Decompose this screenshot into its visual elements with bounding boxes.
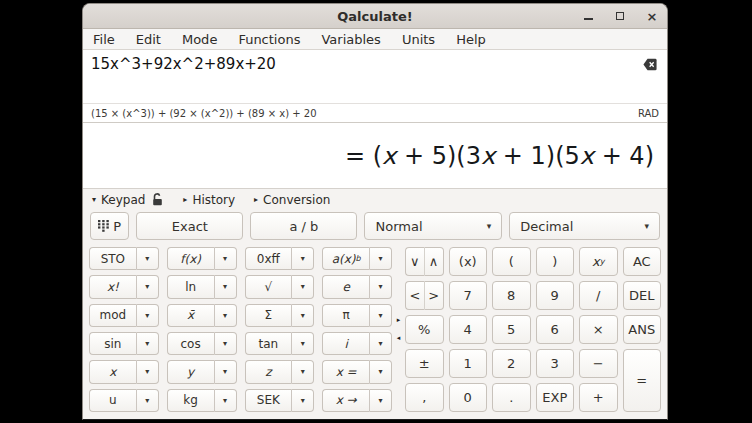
key-x[interactable]: (x) [449, 247, 488, 276]
key-key[interactable]: Σ [245, 304, 292, 327]
key-scroll-down-up-half-l[interactable]: ∨ [405, 247, 424, 276]
key-4[interactable]: 4 [449, 315, 488, 344]
key-i[interactable]: i [322, 332, 369, 355]
key-exp[interactable]: EXP [536, 383, 575, 412]
key-cos-dropdown[interactable]: ▾ [214, 332, 237, 355]
key-kg-dropdown[interactable]: ▾ [214, 389, 237, 412]
key-key[interactable]: √ [245, 275, 292, 298]
key-key[interactable]: ± [405, 349, 444, 378]
pane-collapse-left-icon[interactable]: ◂ [397, 335, 401, 342]
key-x-y[interactable]: xy [579, 247, 618, 276]
menu-file[interactable]: File [91, 31, 117, 48]
key-a-x-b[interactable]: a(x)b [322, 247, 369, 270]
key-key[interactable]: . [492, 383, 531, 412]
key-a-x-b-dropdown[interactable]: ▾ [369, 247, 392, 270]
key-sin-dropdown[interactable]: ▾ [136, 332, 159, 355]
key-ln-dropdown[interactable]: ▾ [214, 275, 237, 298]
key-x[interactable]: x! [89, 275, 136, 298]
key-key[interactable]: = [623, 349, 662, 412]
key-key[interactable]: π [322, 304, 369, 327]
key-2[interactable]: 2 [492, 349, 531, 378]
key-tan-dropdown[interactable]: ▾ [291, 332, 314, 355]
titlebar[interactable]: Qalculate! × [83, 4, 667, 29]
programming-keypad-button[interactable]: P [90, 212, 129, 240]
key-sto-dropdown[interactable]: ▾ [136, 247, 159, 270]
key-key-dropdown[interactable]: ▾ [291, 275, 314, 298]
key-ln[interactable]: ln [167, 275, 214, 298]
keypad-expander[interactable]: ▾ Keypad [92, 193, 164, 207]
key-0xff-dropdown[interactable]: ▾ [291, 247, 314, 270]
clear-input-icon[interactable] [643, 58, 657, 71]
key-ans[interactable]: ANS [623, 315, 662, 344]
menu-functions[interactable]: Functions [236, 31, 302, 48]
key-key[interactable]: % [405, 315, 444, 344]
key-x-dropdown[interactable]: ▾ [369, 389, 392, 412]
number-base-dropdown[interactable]: Decimal ▾ [509, 212, 660, 240]
menu-variables[interactable]: Variables [319, 31, 382, 48]
key-5[interactable]: 5 [492, 315, 531, 344]
key-y[interactable]: y [167, 360, 214, 383]
key-x-dropdown[interactable]: ▾ [369, 360, 392, 383]
key-sin[interactable]: sin [89, 332, 136, 355]
key-9[interactable]: 9 [536, 281, 575, 310]
key-key-dropdown[interactable]: ▾ [291, 304, 314, 327]
key-e[interactable]: e [322, 275, 369, 298]
output-mode-dropdown[interactable]: Normal ▾ [364, 212, 502, 240]
key-y-dropdown[interactable]: ▾ [214, 360, 237, 383]
key-x[interactable]: x = [322, 360, 369, 383]
menu-edit[interactable]: Edit [134, 31, 163, 48]
angle-mode-indicator[interactable]: RAD [638, 108, 659, 119]
key-x[interactable]: x [89, 360, 136, 383]
key-del[interactable]: DEL [623, 281, 662, 310]
key-scroll-down-up-half-r[interactable]: ∧ [424, 247, 444, 276]
key-x-dropdown[interactable]: ▾ [214, 304, 237, 327]
key-key[interactable]: − [579, 349, 618, 378]
key-key-dropdown[interactable]: ▾ [369, 304, 392, 327]
key-key[interactable]: × [579, 315, 618, 344]
key-0[interactable]: 0 [449, 383, 488, 412]
key-mod-dropdown[interactable]: ▾ [136, 304, 159, 327]
key-sek[interactable]: SEK [245, 389, 292, 412]
key-i-dropdown[interactable]: ▾ [369, 332, 392, 355]
menu-mode[interactable]: Mode [180, 31, 219, 48]
key-cursor-left-right-half-l[interactable]: < [405, 281, 424, 310]
minimize-button[interactable] [579, 7, 597, 25]
key-key[interactable]: , [405, 383, 444, 412]
key-cos[interactable]: cos [167, 332, 214, 355]
key-z[interactable]: z [245, 360, 292, 383]
expression-input[interactable]: 15x^3+92x^2+89x+20 [83, 50, 667, 103]
unlocked-padlock-icon[interactable] [152, 193, 164, 206]
key-8[interactable]: 8 [492, 281, 531, 310]
key-f-x-dropdown[interactable]: ▾ [214, 247, 237, 270]
key-6[interactable]: 6 [536, 315, 575, 344]
key-u-dropdown[interactable]: ▾ [136, 389, 159, 412]
conversion-expander[interactable]: ▸ Conversion [254, 193, 330, 207]
menu-units[interactable]: Units [400, 31, 437, 48]
key-mod[interactable]: mod [89, 304, 136, 327]
key-x[interactable]: x → [322, 389, 369, 412]
history-expander[interactable]: ▸ History [183, 193, 235, 207]
key-x-dropdown[interactable]: ▾ [136, 275, 159, 298]
key-tan[interactable]: tan [245, 332, 292, 355]
key-key[interactable]: / [579, 281, 618, 310]
key-f-x[interactable]: f(x) [167, 247, 214, 270]
key-ac[interactable]: AC [623, 247, 662, 276]
key-u[interactable]: u [89, 389, 136, 412]
key-key[interactable]: ( [492, 247, 531, 276]
key-e-dropdown[interactable]: ▾ [369, 275, 392, 298]
menu-help[interactable]: Help [454, 31, 488, 48]
key-sto[interactable]: STO [89, 247, 136, 270]
key-kg[interactable]: kg [167, 389, 214, 412]
maximize-button[interactable] [611, 7, 629, 25]
key-7[interactable]: 7 [449, 281, 488, 310]
exact-mode-button[interactable]: Exact [136, 212, 243, 240]
key-z-dropdown[interactable]: ▾ [291, 360, 314, 383]
key-x[interactable]: x̄ [167, 304, 214, 327]
key-1[interactable]: 1 [449, 349, 488, 378]
key-0xff[interactable]: 0xff [245, 247, 292, 270]
key-key[interactable]: + [579, 383, 618, 412]
close-button[interactable]: × [643, 7, 661, 25]
key-sek-dropdown[interactable]: ▾ [291, 389, 314, 412]
key-key[interactable]: ) [536, 247, 575, 276]
key-cursor-left-right-half-r[interactable]: > [424, 281, 444, 310]
